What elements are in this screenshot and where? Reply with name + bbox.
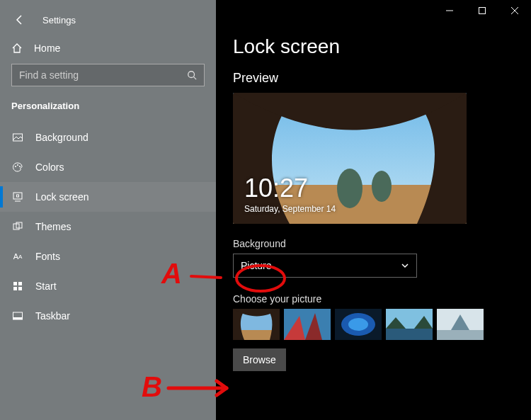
svg-rect-7 — [17, 195, 19, 197]
sidebar-item-label: Start — [35, 280, 57, 292]
close-button[interactable] — [498, 0, 531, 21]
lock-screen-icon — [11, 191, 24, 203]
sidebar-item-background[interactable]: Background — [0, 123, 216, 152]
maximize-button[interactable] — [466, 0, 498, 21]
fonts-icon: AA — [11, 250, 24, 263]
svg-rect-14 — [18, 287, 22, 290]
sidebar-item-themes[interactable]: Themes — [0, 212, 216, 242]
svg-rect-18 — [479, 8, 486, 14]
sidebar-item-start[interactable]: Start — [0, 271, 216, 301]
sidebar-item-taskbar[interactable]: Taskbar — [0, 301, 216, 331]
svg-rect-32 — [386, 329, 433, 340]
sidebar-item-lock-screen[interactable]: Lock screen — [0, 182, 216, 212]
svg-point-5 — [19, 166, 21, 167]
sidebar-top-row: Settings — [0, 0, 216, 35]
window-title: Settings — [42, 15, 76, 25]
browse-button[interactable]: Browse — [233, 348, 286, 371]
svg-line-1 — [194, 77, 197, 80]
choose-picture-label: Choose your picture — [233, 293, 514, 305]
lock-screen-preview: 10:27 Saturday, September 14 — [233, 93, 467, 224]
sidebar-item-label: Fonts — [35, 251, 60, 262]
settings-window: Settings Home Personalization Background — [0, 0, 531, 420]
search-icon — [187, 70, 197, 80]
svg-rect-6 — [13, 193, 22, 199]
search-input[interactable] — [19, 69, 187, 81]
preview-heading: Preview — [233, 71, 514, 86]
palette-icon — [11, 161, 24, 174]
sidebar-item-colors[interactable]: Colors — [0, 152, 216, 182]
svg-point-30 — [348, 318, 368, 331]
window-controls — [433, 0, 531, 21]
svg-rect-13 — [13, 287, 17, 290]
picture-thumbnail[interactable] — [233, 309, 280, 340]
sidebar-item-label: Colors — [35, 161, 64, 173]
home-nav[interactable]: Home — [0, 35, 216, 61]
start-icon — [11, 280, 24, 293]
home-icon — [11, 42, 23, 54]
picture-thumbnails — [233, 309, 514, 340]
svg-point-0 — [188, 72, 195, 78]
sidebar-item-label: Background — [35, 132, 88, 143]
svg-rect-16 — [13, 317, 23, 319]
taskbar-icon — [11, 310, 24, 322]
svg-point-23 — [337, 169, 362, 208]
sidebar-item-label: Taskbar — [35, 310, 70, 322]
picture-thumbnail[interactable] — [437, 309, 484, 340]
sidebar: Settings Home Personalization Background — [0, 0, 216, 420]
page-title: Lock screen — [233, 35, 514, 58]
picture-thumbnail[interactable] — [386, 309, 433, 340]
svg-point-24 — [372, 171, 392, 202]
chevron-down-icon — [401, 261, 409, 270]
svg-rect-12 — [18, 282, 22, 285]
browse-label: Browse — [243, 354, 276, 365]
minimize-button[interactable] — [433, 0, 466, 21]
preview-time: 10:27 — [244, 176, 336, 201]
picture-thumbnail[interactable] — [284, 309, 331, 340]
background-dropdown[interactable]: Picture — [233, 254, 417, 278]
picture-icon — [11, 131, 24, 144]
search-box[interactable] — [11, 64, 205, 86]
picture-thumbnail[interactable] — [335, 309, 382, 340]
svg-point-3 — [15, 166, 16, 167]
background-label: Background — [233, 238, 514, 249]
preview-overlay: 10:27 Saturday, September 14 — [244, 176, 336, 214]
main-content: Lock screen Preview 10:27 Saturday, S — [216, 0, 531, 420]
home-label: Home — [34, 42, 60, 54]
sidebar-item-fonts[interactable]: AA Fonts — [0, 242, 216, 271]
svg-point-4 — [17, 164, 18, 166]
back-button[interactable] — [11, 11, 28, 28]
svg-rect-34 — [437, 330, 484, 340]
sidebar-item-label: Lock screen — [35, 191, 88, 203]
dropdown-value: Picture — [241, 260, 272, 271]
sidebar-item-label: Themes — [35, 221, 72, 232]
preview-date: Saturday, September 14 — [244, 204, 336, 214]
section-heading: Personalization — [0, 96, 216, 123]
svg-rect-11 — [13, 282, 17, 285]
themes-icon — [11, 220, 24, 233]
